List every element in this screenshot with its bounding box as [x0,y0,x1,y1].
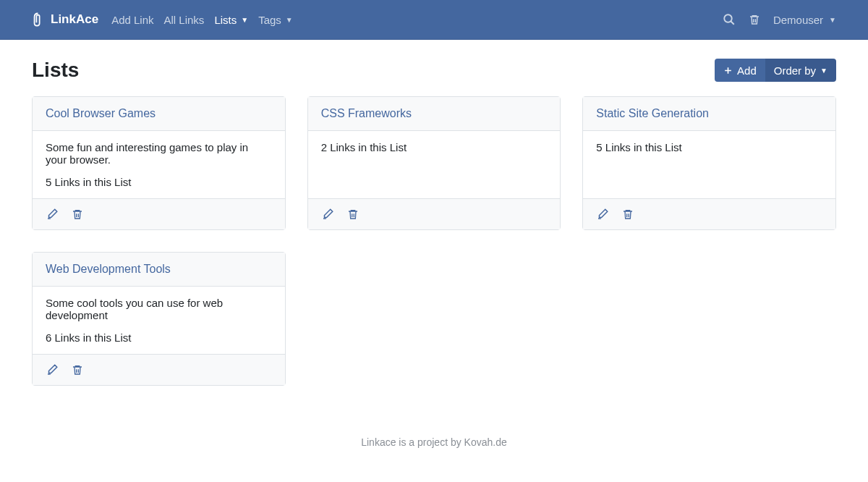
trash-icon [347,208,359,221]
delete-button[interactable] [72,208,83,221]
list-card: CSS Frameworks2 Links in this List [307,96,561,230]
edit-icon [46,208,59,221]
caret-down-icon: ▼ [241,16,248,24]
brand-link[interactable]: LinkAce [32,12,98,27]
svg-point-0 [724,14,732,22]
footer-link[interactable]: Kovah.de [464,436,507,448]
delete-button[interactable] [622,208,634,221]
card-title-link[interactable]: Web Development Tools [46,263,171,275]
edit-icon [321,208,334,221]
card-description: Some fun and interesting games to play i… [46,141,272,166]
edit-icon [596,208,609,221]
card-link-count: 5 Links in this List [46,176,272,188]
card-title-link[interactable]: Cool Browser Games [46,107,156,119]
edit-button[interactable] [46,363,59,376]
search-button[interactable] [723,13,736,26]
edit-button[interactable] [46,208,59,221]
page-title: Lists [32,59,79,82]
caret-down-icon: ▼ [286,16,293,24]
nav-tags[interactable]: Tags ▼ [258,14,293,26]
add-button[interactable]: Add [715,59,765,82]
card-link-count: 5 Links in this List [596,141,822,153]
plus-icon [723,66,733,75]
delete-button[interactable] [72,363,83,376]
footer: Linkace is a project by Kovah.de [0,400,868,470]
trash-icon [749,13,760,26]
order-by-button[interactable]: Order by ▼ [765,59,836,82]
caret-down-icon: ▼ [820,67,827,75]
card-description: Some cool tools you can use for web deve… [46,297,272,321]
trash-button[interactable] [749,13,760,26]
list-card: Static Site Generation5 Links in this Li… [582,96,836,230]
paperclip-icon [32,12,44,27]
caret-down-icon: ▼ [829,16,836,24]
edit-button[interactable] [321,208,334,221]
list-card: Web Development ToolsSome cool tools you… [32,252,286,386]
nav-add-link[interactable]: Add Link [111,14,153,26]
brand-text: LinkAce [51,12,98,27]
edit-icon [46,363,59,376]
trash-icon [622,208,634,221]
nav-all-links[interactable]: All Links [164,14,205,26]
search-icon [723,13,736,26]
trash-icon [72,363,83,376]
card-title-link[interactable]: Static Site Generation [596,107,709,119]
edit-button[interactable] [596,208,609,221]
card-title-link[interactable]: CSS Frameworks [321,107,412,119]
delete-button[interactable] [347,208,359,221]
list-card: Cool Browser GamesSome fun and interesti… [32,96,286,230]
card-link-count: 2 Links in this List [321,141,548,153]
nav-lists[interactable]: Lists ▼ [214,14,248,26]
user-menu[interactable]: Demouser ▼ [773,14,836,26]
trash-icon [72,208,83,221]
card-link-count: 6 Links in this List [46,331,272,344]
